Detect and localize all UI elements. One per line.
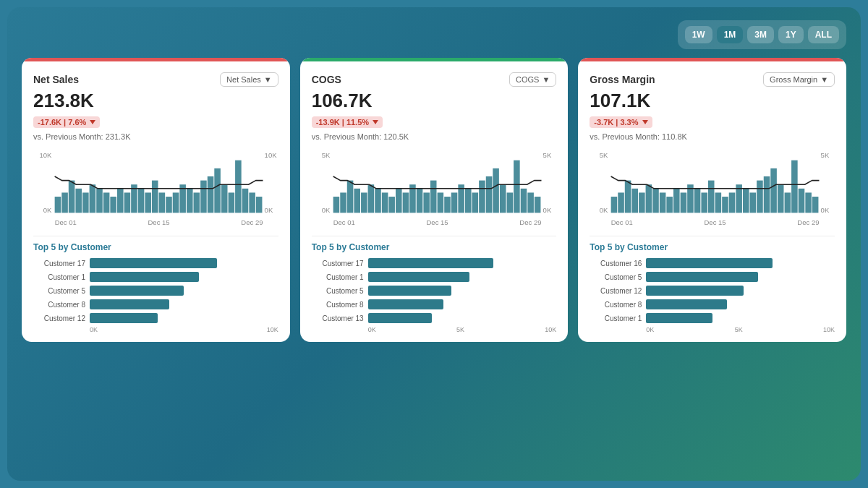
svg-text:10K: 10K bbox=[265, 151, 278, 159]
bar-axis-label: 10K bbox=[823, 326, 835, 333]
period-btn-1y[interactable]: 1Y bbox=[778, 26, 804, 43]
svg-rect-53 bbox=[416, 189, 422, 213]
svg-rect-13 bbox=[117, 189, 124, 213]
svg-rect-82 bbox=[639, 192, 645, 213]
card-top-bar-gross-margin bbox=[578, 58, 846, 61]
period-btn-1w[interactable]: 1W bbox=[685, 26, 712, 43]
svg-rect-18 bbox=[152, 181, 158, 213]
period-btn-1m[interactable]: 1M bbox=[717, 26, 744, 43]
svg-rect-99 bbox=[757, 181, 763, 213]
svg-rect-27 bbox=[214, 168, 221, 213]
bar-fill bbox=[646, 313, 712, 323]
svg-rect-95 bbox=[729, 192, 736, 213]
card-header-cogs: COGS COGS ▼ bbox=[312, 72, 557, 87]
bar-label: Customer 5 bbox=[590, 273, 642, 281]
bar-row: Customer 5 bbox=[312, 286, 557, 296]
svg-rect-48 bbox=[382, 192, 388, 213]
bar-row: Customer 8 bbox=[312, 299, 557, 309]
bar-chart-cogs: Customer 17 Customer 1 Customer 5 Custom… bbox=[312, 258, 557, 323]
bar-row: Customer 1 bbox=[33, 272, 278, 282]
svg-rect-9 bbox=[90, 184, 96, 213]
bar-label: Customer 8 bbox=[312, 301, 364, 309]
svg-rect-56 bbox=[437, 192, 443, 213]
bar-fill bbox=[368, 286, 451, 296]
card-gross-margin: Gross Margin Gross Margin ▼ 107.1K-3.7K … bbox=[578, 58, 846, 342]
bar-fill bbox=[368, 313, 432, 323]
svg-rect-28 bbox=[221, 184, 228, 213]
bar-axis-label: 5K bbox=[735, 326, 743, 333]
svg-rect-14 bbox=[124, 192, 131, 213]
trend-down-icon bbox=[90, 120, 95, 124]
top5-title-gross-margin: Top 5 by Customer bbox=[590, 236, 835, 252]
svg-rect-67 bbox=[514, 160, 520, 213]
svg-rect-97 bbox=[743, 189, 749, 213]
badge-row-net-sales: -17.6K | 7.6% bbox=[33, 116, 278, 128]
svg-rect-88 bbox=[681, 192, 687, 213]
svg-rect-104 bbox=[791, 160, 798, 213]
chevron-down-icon: ▼ bbox=[264, 75, 272, 84]
svg-rect-90 bbox=[694, 189, 701, 213]
svg-rect-69 bbox=[527, 192, 534, 213]
svg-text:0K: 0K bbox=[542, 206, 551, 214]
bar-fill bbox=[646, 299, 727, 309]
period-buttons-group: 1W1M3M1YALL bbox=[678, 20, 846, 49]
top5-title-net-sales: Top 5 by Customer bbox=[33, 236, 278, 252]
svg-rect-68 bbox=[520, 189, 527, 213]
bar-row: Customer 17 bbox=[312, 258, 557, 268]
svg-text:Dec 15: Dec 15 bbox=[148, 218, 169, 226]
bar-fill bbox=[646, 286, 744, 296]
svg-rect-94 bbox=[723, 197, 729, 213]
card-header-net-sales: Net Sales Net Sales ▼ bbox=[33, 72, 278, 87]
bar-axis-net-sales: 0K10K bbox=[33, 326, 278, 333]
card-dropdown-net-sales[interactable]: Net Sales ▼ bbox=[220, 72, 278, 87]
svg-text:Dec 29: Dec 29 bbox=[519, 218, 541, 226]
card-value-gross-margin: 107.1K bbox=[590, 90, 835, 112]
vs-previous-net-sales: vs. Previous Month: 231.3K bbox=[33, 132, 278, 141]
svg-text:0K: 0K bbox=[600, 206, 608, 214]
svg-rect-70 bbox=[535, 197, 541, 213]
svg-rect-42 bbox=[340, 192, 346, 213]
bar-label: Customer 13 bbox=[312, 314, 364, 322]
svg-rect-33 bbox=[256, 197, 263, 213]
svg-rect-31 bbox=[242, 189, 249, 213]
svg-text:Dec 15: Dec 15 bbox=[426, 218, 448, 226]
badge-net-sales: -17.6K | 7.6% bbox=[33, 116, 100, 128]
svg-rect-57 bbox=[444, 197, 451, 213]
svg-rect-24 bbox=[194, 192, 200, 213]
svg-rect-102 bbox=[778, 184, 784, 213]
chart-area-net-sales: 10K 0K 10K 0K Dec 01 Dec 15 Dec 29 bbox=[33, 147, 278, 230]
period-btn-3m[interactable]: 3M bbox=[747, 26, 774, 43]
svg-rect-10 bbox=[96, 189, 103, 213]
svg-rect-64 bbox=[493, 168, 499, 213]
bar-fill bbox=[646, 258, 773, 268]
svg-rect-41 bbox=[333, 197, 339, 213]
bar-fill bbox=[368, 272, 469, 282]
svg-text:Dec 01: Dec 01 bbox=[611, 218, 633, 226]
svg-rect-65 bbox=[500, 184, 506, 213]
svg-rect-92 bbox=[708, 181, 715, 213]
card-title-gross-margin: Gross Margin bbox=[590, 74, 655, 85]
svg-text:0K: 0K bbox=[321, 206, 330, 214]
svg-rect-101 bbox=[771, 168, 778, 213]
bar-fill bbox=[90, 272, 199, 282]
card-dropdown-gross-margin[interactable]: Gross Margin ▼ bbox=[763, 72, 835, 87]
top5-title-cogs: Top 5 by Customer bbox=[312, 236, 557, 252]
svg-rect-62 bbox=[479, 181, 485, 213]
svg-rect-61 bbox=[472, 192, 478, 213]
period-btn-all[interactable]: ALL bbox=[808, 26, 839, 43]
svg-rect-30 bbox=[235, 160, 242, 213]
svg-rect-55 bbox=[430, 181, 437, 213]
svg-rect-106 bbox=[806, 192, 812, 213]
card-dropdown-cogs[interactable]: COGS ▼ bbox=[509, 72, 556, 87]
bar-label: Customer 5 bbox=[312, 287, 364, 295]
svg-rect-21 bbox=[173, 192, 179, 213]
bar-label: Customer 1 bbox=[590, 314, 642, 322]
bar-axis-cogs: 0K5K10K bbox=[312, 326, 557, 333]
card-value-net-sales: 213.8K bbox=[33, 90, 278, 112]
svg-rect-93 bbox=[715, 192, 722, 213]
svg-text:0K: 0K bbox=[265, 206, 273, 214]
bar-axis-label: 5K bbox=[456, 326, 464, 333]
svg-rect-63 bbox=[485, 176, 492, 213]
badge-gross-margin: -3.7K | 3.3% bbox=[590, 116, 652, 128]
bar-label: Customer 12 bbox=[33, 314, 85, 322]
